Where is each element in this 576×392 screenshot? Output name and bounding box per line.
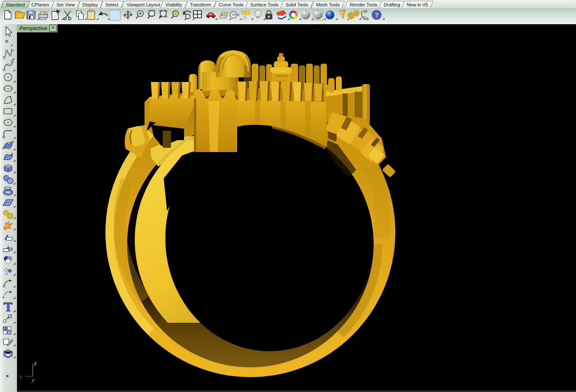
svg-text:x: x: [19, 373, 22, 380]
svg-text:»: »: [6, 373, 9, 379]
svg-text:?: ?: [375, 11, 379, 19]
svg-text:y: y: [31, 377, 35, 383]
svg-text:z: z: [34, 360, 37, 367]
